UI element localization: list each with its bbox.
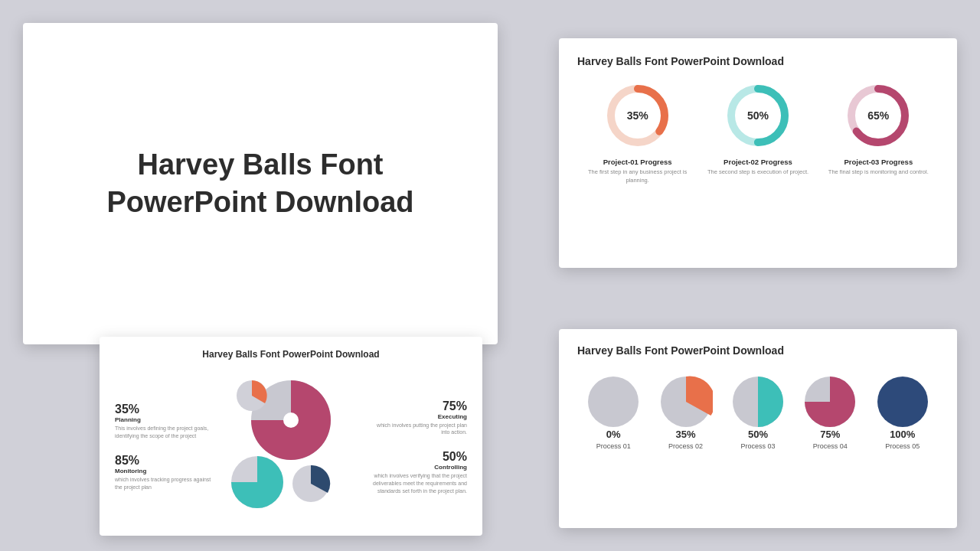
slide-bubble-charts: Harvey Balls Font PowerPoint Download 35… bbox=[100, 337, 482, 536]
stat-planning: 35% Planning This involves defining the … bbox=[115, 403, 214, 440]
bubble-right-stats: 75% Executing which involves putting the… bbox=[368, 399, 467, 495]
slide2-title: Harvey Balls Font PowerPoint Download bbox=[577, 55, 939, 67]
donut-row: 35% Project-01 Progress The first step i… bbox=[577, 81, 939, 184]
bubble-center-visual bbox=[222, 370, 360, 523]
main-title: Harvey Balls FontPowerPoint Download bbox=[76, 116, 444, 253]
donut-title-1: Project-01 Progress bbox=[603, 158, 672, 166]
donut-title-2: Project-02 Progress bbox=[724, 158, 792, 166]
harvey-ball-100 bbox=[876, 375, 929, 429]
harvey-ball-50 bbox=[731, 375, 785, 429]
donut-label-1: 35% bbox=[627, 109, 648, 122]
donut-item-1: 35% Project-01 Progress The first step i… bbox=[584, 81, 691, 184]
donut-desc-2: The second step is execution of project. bbox=[707, 168, 808, 177]
harvey-ball-35 bbox=[659, 375, 713, 429]
harvey-ball-0 bbox=[586, 375, 640, 429]
donut-chart-3: 65% bbox=[844, 81, 913, 150]
small-orange-pie bbox=[236, 380, 268, 412]
donut-title-3: Project-03 Progress bbox=[844, 158, 913, 166]
slide-harvey-row: Harvey Balls Font PowerPoint Download 0%… bbox=[559, 329, 957, 528]
small-blue-pie bbox=[291, 464, 331, 504]
harvey-item-0: 0% Process 01 bbox=[579, 375, 648, 450]
slide-title: Harvey Balls FontPowerPoint Download bbox=[23, 23, 498, 344]
slide4-title: Harvey Balls Font PowerPoint Download bbox=[577, 344, 939, 357]
stat-executing: 75% Executing which involves putting the… bbox=[368, 399, 467, 437]
donut-label-3: 65% bbox=[867, 109, 889, 122]
harvey-ball-75 bbox=[803, 375, 857, 429]
donut-item-3: 65% Project-03 Progress The final step i… bbox=[825, 81, 932, 177]
svg-point-15 bbox=[877, 377, 928, 427]
svg-point-7 bbox=[283, 412, 299, 428]
harvey-item-75: 75% Process 04 bbox=[795, 375, 864, 450]
donut-label-2: 50% bbox=[747, 109, 769, 122]
donut-chart-2: 50% bbox=[724, 81, 792, 150]
donut-desc-1: The first step in any business project i… bbox=[584, 168, 691, 184]
harvey-item-50: 50% Process 03 bbox=[724, 375, 792, 450]
donut-item-2: 50% Project-02 Progress The second step … bbox=[704, 81, 812, 177]
harvey-item-100: 100% Process 05 bbox=[868, 375, 937, 450]
bubble-layout: 35% Planning This involves defining the … bbox=[115, 370, 467, 523]
bubble-left-stats: 35% Planning This involves defining the … bbox=[115, 403, 214, 491]
slide-donut-charts: Harvey Balls Font PowerPoint Download 35… bbox=[559, 38, 957, 268]
svg-point-11 bbox=[588, 377, 639, 427]
harvey-item-35: 35% Process 02 bbox=[652, 375, 720, 450]
stat-monitoring: 85% Monitoring which involves tracking p… bbox=[115, 454, 214, 491]
medium-teal-pie bbox=[230, 455, 285, 510]
harvey-balls-row: 0% Process 01 35% Process 02 50% Process… bbox=[577, 375, 939, 450]
donut-chart-1: 35% bbox=[603, 81, 672, 150]
slide3-title: Harvey Balls Font PowerPoint Download bbox=[115, 349, 467, 360]
donut-desc-3: The final step is monitoring and control… bbox=[828, 168, 929, 177]
stat-controlling: 50% Controlling which involves verifying… bbox=[368, 450, 467, 494]
